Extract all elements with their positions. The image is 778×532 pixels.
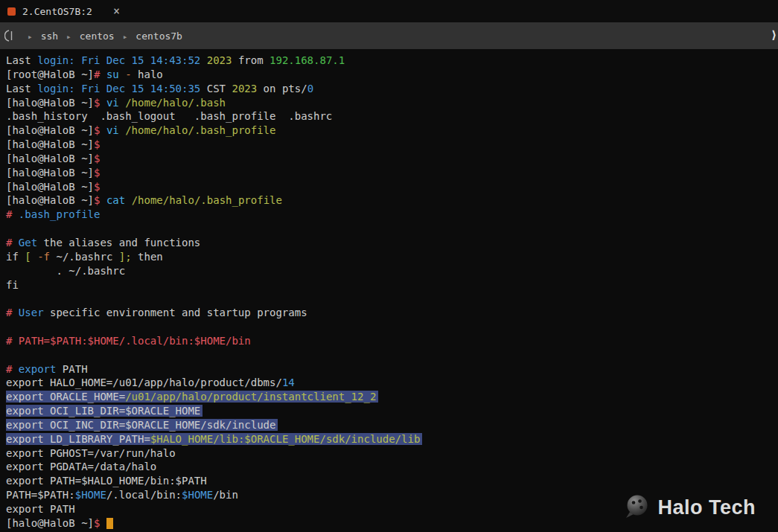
watermark: Halo Tech <box>623 494 756 522</box>
terminal-line: # PATH=$PATH:$HOME/.local/bin:$HOME/bin <box>6 334 778 348</box>
terminal-output: Last login: Fri Dec 15 14:43:52 2023 fro… <box>6 54 778 532</box>
breadcrumb-item[interactable]: centos <box>80 31 115 42</box>
halo-tech-bubble-logo-icon <box>623 494 650 522</box>
tab-bar: 2.CentOS7B:2 × <box>0 0 778 22</box>
breadcrumb-separator-icon: ▸ <box>66 32 71 42</box>
terminal-line: export PGDATA=/data/halo <box>6 460 778 474</box>
breadcrumb-bar: ▸ssh▸centos▸centos7b ⟩ <box>0 22 778 49</box>
scroll-right-chevron-icon[interactable]: ⟩ <box>771 28 777 42</box>
breadcrumb-separator-icon: ▸ <box>28 32 33 42</box>
terminal-line: [halo@HaloB ~]$ cat /home/halo/.bash_pro… <box>6 193 778 208</box>
terminal-line: fi <box>6 278 778 292</box>
terminal-line: [halo@HaloB ~]$ <box>6 166 778 180</box>
terminal-line: export ORACLE_HOME=/u01/app/halo/product… <box>6 390 778 404</box>
terminal-line: export LD_LIBRARY_PATH=$HALO_HOME/lib:$O… <box>6 432 778 446</box>
terminal-line: [halo@HaloB ~]$ vi /home/halo/.bash_prof… <box>6 124 778 138</box>
breadcrumb-item[interactable]: ssh <box>41 31 58 42</box>
terminal-line <box>6 292 778 306</box>
terminal-line <box>6 348 778 362</box>
terminal-line: # User specific environment and startup … <box>6 306 778 320</box>
terminal-line: export OCI_INC_DIR=$ORACLE_HOME/sdk/incl… <box>6 418 778 432</box>
breadcrumb-item[interactable]: centos7b <box>135 31 182 42</box>
watermark-text: Halo Tech <box>657 496 756 519</box>
terminal-line: export HALO_HOME=/u01/app/halo/product/d… <box>6 376 778 390</box>
terminal-line: [halo@HaloB ~]$ <box>6 138 778 152</box>
terminal-window: 2.CentOS7B:2 × ▸ssh▸centos▸centos7b ⟩ La… <box>0 0 778 532</box>
terminal-line: [halo@HaloB ~]$ vi /home/halo/.bash <box>6 96 778 110</box>
terminal-line: export OCI_LIB_DIR=$ORACLE_HOME <box>6 404 778 418</box>
session-app-icon <box>7 7 16 16</box>
terminal-line: Last login: Fri Dec 15 14:43:52 2023 fro… <box>6 54 778 68</box>
terminal-line: # export PATH <box>6 362 778 376</box>
terminal-line: export PGHOST=/var/run/halo <box>6 446 778 461</box>
terminal-line <box>6 320 778 334</box>
terminal-line: export PATH=$HALO_HOME/bin:$PATH <box>6 474 778 488</box>
terminal-line: .bash_history .bash_logout .bash_profile… <box>6 109 778 124</box>
terminal-line: [root@HaloB ~]# su - halo <box>6 68 778 82</box>
terminal-line: # .bash_profile <box>6 208 778 222</box>
terminal-line: if [ -f ~/.bashrc ]; then <box>6 250 778 264</box>
terminal[interactable]: Last login: Fri Dec 15 14:43:52 2023 fro… <box>0 49 778 532</box>
terminal-session-icon <box>4 30 16 42</box>
terminal-line: Last login: Fri Dec 15 14:50:35 CST 2023… <box>6 82 778 96</box>
terminal-tab[interactable]: 2.CentOS7B:2 × <box>0 0 129 22</box>
tab-title: 2.CentOS7B:2 <box>22 6 92 17</box>
terminal-line <box>6 222 778 236</box>
terminal-line: [halo@HaloB ~]$ <box>6 152 778 166</box>
tab-close-icon[interactable]: × <box>113 6 120 17</box>
terminal-line: [halo@HaloB ~]$ <box>6 180 778 194</box>
breadcrumb: ▸ssh▸centos▸centos7b <box>19 31 182 42</box>
breadcrumb-separator-icon: ▸ <box>123 32 128 42</box>
terminal-cursor <box>106 518 113 529</box>
terminal-line: # Get the aliases and functions <box>6 236 778 250</box>
terminal-line: . ~/.bashrc <box>6 264 778 278</box>
